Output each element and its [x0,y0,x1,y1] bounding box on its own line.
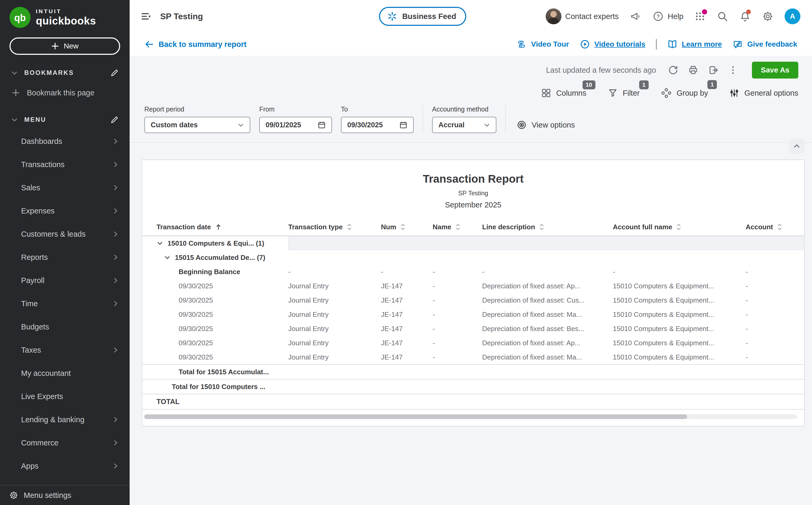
business-feed-button[interactable]: Business Feed [379,7,466,26]
chevron-right-icon [111,439,120,447]
export-button[interactable] [708,64,719,75]
back-to-summary-link[interactable]: Back to summary report [144,39,247,49]
from-date-input[interactable]: 09/01/2025 [259,117,332,133]
video-tour-link[interactable]: Video Tour [517,39,569,49]
learn-more-link[interactable]: Learn more [667,39,722,49]
svg-text:?: ? [656,13,660,19]
transaction-row-1[interactable]: 09/30/2025Journal EntryJE-147-Depreciati… [142,279,804,293]
table-header-row: Transaction date Transaction type Num Na… [142,218,804,236]
menu-section-header[interactable]: MENU [0,111,130,129]
group-row-15010[interactable]: 15010 Computers & Equi... (1) [142,236,804,250]
sidebar-item-transactions[interactable]: Transactions [0,153,130,176]
search-button[interactable] [717,11,728,22]
total-row-15015: Total for 15015 Accumulat... [142,364,804,379]
bookmark-this-page[interactable]: Bookmark this page [0,82,130,104]
brand[interactable]: qb INTUIT quickbooks [0,0,130,33]
report-company: SP Testing [142,189,804,197]
column-header-account[interactable]: Account [746,218,798,235]
sidebar-item-sales[interactable]: Sales [0,176,130,199]
accounting-method-select[interactable]: Accrual [432,117,496,133]
column-header-transaction-type[interactable]: Transaction type [288,218,381,235]
video-tutorials-link[interactable]: Video tutorials [580,39,645,49]
group-by-icon [661,88,672,99]
sidebar-item-payroll[interactable]: Payroll [0,269,130,292]
report-controls: Last updated a few seconds ago Save As C… [130,56,812,143]
general-options-button[interactable]: General options [729,88,798,98]
report-subheader: Back to summary report Video Tour Video … [130,33,812,56]
sort-icon [777,223,782,231]
notifications-button[interactable] [739,11,751,22]
expand-chevron-icon [157,240,163,247]
sort-asc-icon [215,223,222,231]
sidebar-item-expenses[interactable]: Expenses [0,199,130,222]
sidebar-item-time[interactable]: Time [0,292,130,315]
new-button[interactable]: New [9,37,120,55]
sort-icon [400,223,405,231]
group-row-15015[interactable]: 15015 Accumulated De... (7) [142,250,804,265]
divider [423,106,423,133]
print-button[interactable] [688,64,699,75]
save-as-button[interactable]: Save As [752,62,798,78]
divider [505,106,506,133]
filter-badge: 1 [639,80,649,90]
edit-menu-icon[interactable] [110,115,119,124]
transaction-row-3[interactable]: 09/30/2025Journal EntryJE-147-Depreciati… [142,307,804,322]
report-period-select[interactable]: Custom dates [144,117,250,133]
bookmarks-section-header[interactable]: BOOKMARKS [0,64,130,82]
column-header-account-full-name[interactable]: Account full name [613,218,746,235]
sidebar-item-reports[interactable]: Reports [0,245,130,269]
sidebar-item-dashboards[interactable]: Dashboards [0,130,130,153]
columns-button[interactable]: Columns 10 [541,88,586,98]
expert-avatar [546,8,562,24]
help-button[interactable]: ? Help [652,11,683,22]
column-header-line-description[interactable]: Line description [482,218,613,235]
quickbooks-logo-icon: qb [9,7,31,28]
chevron-right-icon [111,207,120,215]
question-circle-icon: ? [652,11,664,22]
chevron-down-icon [11,69,18,77]
user-avatar[interactable]: A [785,8,800,24]
edit-bookmarks-icon[interactable] [110,68,119,77]
chevron-down-icon [483,121,490,129]
settings-button[interactable] [762,11,774,22]
page-title: SP Testing [160,12,203,21]
contact-experts-button[interactable]: Contact experts [546,8,619,24]
sidebar-item-commerce[interactable]: Commerce [0,431,130,454]
sidebar-item-apps[interactable]: Apps [0,454,130,478]
main-area: SP Testing Business Feed Contact experts… [130,0,812,505]
horizontal-scrollbar[interactable] [143,414,797,419]
report-card: Transaction Report SP Testing September … [142,159,805,427]
refresh-button[interactable] [668,64,679,75]
chevron-right-icon [111,160,120,169]
filter-button[interactable]: Filter 1 [608,88,640,98]
more-options-kebab[interactable] [728,65,738,75]
transaction-row-4[interactable]: 09/30/2025Journal EntryJE-147-Depreciati… [142,322,804,336]
column-header-num[interactable]: Num [381,218,433,235]
quickbooks-app: qb INTUIT quickbooks New BOOKMARKS Bookm… [0,0,812,505]
svg-text:qb: qb [14,12,26,23]
menu-settings[interactable]: Menu settings [0,485,130,505]
gear-icon [762,11,774,22]
column-header-name[interactable]: Name [433,218,482,235]
column-header-transaction-date[interactable]: Transaction date [157,218,288,235]
sidebar-item-my-accountant[interactable]: My accountant [0,362,130,385]
view-options-button[interactable]: View options [517,117,575,133]
from-label: From [259,106,332,113]
scrollbar-thumb[interactable] [144,414,687,419]
transaction-row-2[interactable]: 09/30/2025Journal EntryJE-147-Depreciati… [142,293,804,307]
give-feedback-link[interactable]: Give feedback [733,39,797,49]
to-date-input[interactable]: 09/30/2025 [341,117,414,133]
sidebar-item-lending-banking[interactable]: Lending & banking [0,408,130,431]
sidebar-item-budgets[interactable]: Budgets [0,315,130,338]
announcements-button[interactable] [630,11,641,22]
apps-grid-button[interactable] [694,11,705,22]
chevron-down-icon [11,116,18,124]
nav-collapse-icon[interactable] [140,11,152,22]
group-by-button[interactable]: Group by 1 [661,88,708,99]
transaction-row-5[interactable]: 09/30/2025Journal EntryJE-147-Depreciati… [142,336,804,350]
sidebar-item-taxes[interactable]: Taxes [0,338,130,362]
collapse-controls-button[interactable] [789,139,805,154]
sidebar-item-customers-leads[interactable]: Customers & leads [0,222,130,245]
transaction-row-6[interactable]: 09/30/2025Journal EntryJE-147-Depreciati… [142,350,804,364]
sidebar-item-live-experts[interactable]: Live Experts [0,385,130,408]
